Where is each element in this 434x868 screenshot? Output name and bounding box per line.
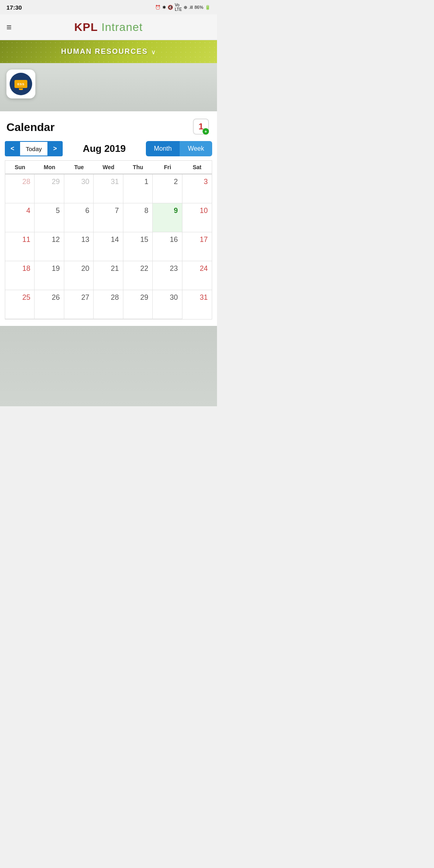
cal-cell[interactable]: 7 [94, 203, 123, 232]
week-view-button[interactable]: Week [180, 141, 212, 156]
cal-cell[interactable]: 15 [123, 232, 153, 261]
cal-cell[interactable]: 25 [5, 290, 35, 319]
cal-cell[interactable]: 5 [35, 203, 64, 232]
month-view-button[interactable]: Month [146, 141, 180, 156]
calendar-nav-row: < Today > Aug 2019 Month Week [0, 141, 217, 156]
cal-cell[interactable]: 29 [35, 174, 64, 203]
day-header-fri: Fri [153, 161, 182, 174]
day-header-sat: Sat [182, 161, 212, 174]
status-icons: ⏰ ✱ 🔇 VoLTE ⊕ .ill 86% 🔋 [155, 3, 211, 12]
cal-cell[interactable]: 27 [64, 290, 94, 319]
calendar-add-badge: + [203, 128, 209, 135]
cal-cell[interactable]: 9 [153, 203, 182, 232]
cal-cell[interactable]: 28 [5, 174, 35, 203]
mute-icon: 🔇 [168, 5, 173, 10]
cal-cell[interactable]: 20 [64, 261, 94, 290]
cal-cell[interactable]: 30 [153, 290, 182, 319]
cal-cell[interactable]: 13 [64, 232, 94, 261]
app-header: ≡ KPL Intranet [0, 14, 217, 40]
lte-icon: VoLTE [175, 3, 182, 12]
cal-cell[interactable]: 22 [123, 261, 153, 290]
cal-cell[interactable]: 19 [35, 261, 64, 290]
view-toggle: Month Week [146, 141, 212, 156]
cal-cell[interactable]: 18 [5, 261, 35, 290]
cal-cell[interactable]: 17 [182, 232, 212, 261]
status-bar: 17:30 ⏰ ✱ 🔇 VoLTE ⊕ .ill 86% 🔋 [0, 0, 217, 14]
current-month-label: Aug 2019 [83, 143, 126, 154]
cal-cell[interactable]: 31 [182, 290, 212, 319]
cal-cell[interactable]: 2 [153, 174, 182, 203]
battery-icon: 🔋 [205, 5, 211, 10]
hr-banner[interactable]: HUMAN RESOURCES ∨ [0, 40, 217, 63]
day-header-wed: Wed [94, 161, 123, 174]
prev-month-button[interactable]: < [5, 141, 20, 156]
calendar-title: Calendar [6, 121, 55, 134]
cal-cell[interactable]: 8 [123, 203, 153, 232]
calendar-section: Calendar 1 + < Today > Aug 2019 Month We… [0, 111, 217, 326]
alarm-icon: ⏰ [155, 5, 161, 10]
menu-icon[interactable]: ≡ [6, 22, 12, 33]
ess-monitor: ESS [14, 80, 27, 88]
bottom-hero [0, 326, 217, 406]
bluetooth-icon: ✱ [162, 5, 166, 10]
cal-cell[interactable]: 26 [35, 290, 64, 319]
ess-icon[interactable]: ESS [6, 70, 35, 98]
day-header-tue: Tue [64, 161, 94, 174]
wifi-icon: ⊕ [184, 5, 187, 10]
calendar-body: 2829303112345678910111213141516171819202… [5, 174, 212, 319]
next-month-button[interactable]: > [47, 141, 63, 156]
day-headers: Sun Mon Tue Wed Thu Fri Sat [5, 161, 212, 174]
day-header-mon: Mon [35, 161, 64, 174]
cal-cell[interactable]: 31 [94, 174, 123, 203]
logo-kpl: KPL [74, 21, 98, 33]
calendar-grid: Sun Mon Tue Wed Thu Fri Sat 282930311234… [5, 160, 212, 319]
hero-area: ESS [0, 63, 217, 111]
cal-cell[interactable]: 24 [182, 261, 212, 290]
cal-cell[interactable]: 14 [94, 232, 123, 261]
day-header-thu: Thu [123, 161, 153, 174]
status-time: 17:30 [6, 4, 22, 11]
cal-cell[interactable]: 1 [123, 174, 153, 203]
cal-cell[interactable]: 28 [94, 290, 123, 319]
battery-level: 86% [194, 5, 203, 10]
cal-cell[interactable]: 21 [94, 261, 123, 290]
app-logo: KPL Intranet [74, 21, 143, 34]
cal-cell[interactable]: 3 [182, 174, 212, 203]
cal-cell[interactable]: 4 [5, 203, 35, 232]
cal-cell[interactable]: 11 [5, 232, 35, 261]
hr-chevron-icon: ∨ [151, 48, 156, 56]
calendar-header-row: Calendar 1 + [0, 111, 217, 141]
signal-icon: .ill [189, 5, 193, 10]
hr-banner-text: HUMAN RESOURCES [61, 47, 148, 56]
logo-intranet: Intranet [101, 21, 143, 33]
today-button[interactable]: Today [20, 141, 47, 156]
cal-cell[interactable]: 12 [35, 232, 64, 261]
ess-label: ESS [17, 82, 25, 86]
cal-cell[interactable]: 23 [153, 261, 182, 290]
cal-cell[interactable]: 10 [182, 203, 212, 232]
cal-cell[interactable]: 16 [153, 232, 182, 261]
day-header-sun: Sun [5, 161, 35, 174]
cal-cell[interactable]: 6 [64, 203, 94, 232]
calendar-add-button[interactable]: 1 + [193, 119, 211, 136]
cal-cell[interactable]: 29 [123, 290, 153, 319]
nav-group: < Today > [5, 141, 63, 156]
cal-cell[interactable]: 30 [64, 174, 94, 203]
